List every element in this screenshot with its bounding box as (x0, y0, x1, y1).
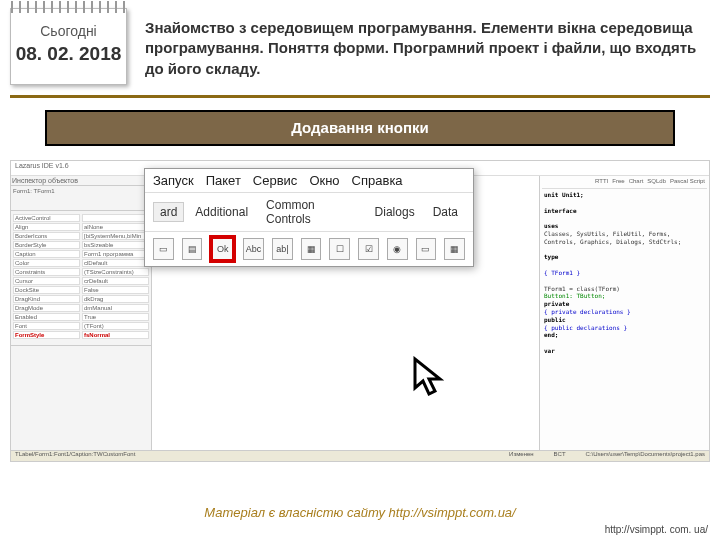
footer-url: http://vsimppt. com. ua/ (605, 524, 708, 535)
zoom-toolbar-panel: Запуск Пакет Сервис Окно Справка ard Add… (144, 168, 474, 267)
today-label: Сьогодні (11, 23, 126, 39)
title-divider (10, 95, 710, 98)
palette-combo[interactable]: ▦ (444, 238, 465, 260)
date-card: Сьогодні 08. 02. 2018 (10, 8, 127, 85)
tab-additional[interactable]: Additional (188, 202, 255, 222)
status-left: TLabel/Form1:Font1/Caption:TWCustomFont (15, 451, 135, 461)
slide-title: Знайомство з середовищем програмування. … (145, 18, 700, 79)
tab-dialogs[interactable]: Dialogs (368, 202, 422, 222)
status-path: C:\Users\user\Temp\Documents\project1.pa… (586, 451, 705, 461)
palette-list[interactable]: ▭ (416, 238, 437, 260)
status-bar: TLabel/Form1:Font1/Caption:TWCustomFont … (11, 450, 709, 461)
ide-center: Запуск Пакет Сервис Окно Справка ard Add… (152, 176, 539, 460)
inspector-tree[interactable]: Form1: TForm1 (11, 186, 151, 211)
cursor-icon (412, 356, 450, 400)
ide-screenshot: Lazarus IDE v1.6 Инспектор объектов Form… (10, 160, 710, 462)
inspector-title: Инспектор объектов (11, 176, 151, 186)
properties-grid[interactable]: ActiveControl AlignalNone BorderIcons[bi… (11, 211, 151, 346)
palette-tabs: ard Additional Common Controls Dialogs D… (145, 193, 473, 232)
menu-help[interactable]: Справка (352, 173, 403, 188)
palette-check[interactable]: ☑ (358, 238, 379, 260)
tab-data[interactable]: Data (426, 202, 465, 222)
tab-common[interactable]: Common Controls (259, 195, 364, 229)
menu-service[interactable]: Сервис (253, 173, 298, 188)
palette-button-ok[interactable]: Ok (210, 236, 235, 262)
status-mode: BCT (554, 451, 566, 461)
menu-run[interactable]: Запуск (153, 173, 194, 188)
section-banner: Додавання кнопки (45, 110, 675, 146)
component-palette: ▭ ▤ Ok Abc ab| ▦ ☐ ☑ ◉ ▭ ▦ (145, 232, 473, 266)
palette-toggle[interactable]: ☐ (329, 238, 350, 260)
palette-memo[interactable]: ▦ (301, 238, 322, 260)
tab-standard[interactable]: ard (153, 202, 184, 222)
palette-label[interactable]: Abc (243, 238, 264, 260)
menu-bar: Запуск Пакет Сервис Окно Справка (145, 169, 473, 193)
code-editor[interactable]: RTTIFreeChartSQLdbPascal Script unit Uni… (539, 176, 709, 460)
credit-text: Матеріал є власністю сайту http://vsimpp… (0, 505, 720, 520)
palette-radio[interactable]: ◉ (387, 238, 408, 260)
menu-package[interactable]: Пакет (206, 173, 241, 188)
palette-item-2[interactable]: ▤ (182, 238, 203, 260)
date-value: 08. 02. 2018 (11, 43, 126, 65)
palette-item-1[interactable]: ▭ (153, 238, 174, 260)
status-changed: Изменен (509, 451, 534, 461)
menu-window[interactable]: Окно (309, 173, 339, 188)
object-inspector: Инспектор объектов Form1: TForm1 ActiveC… (11, 176, 152, 460)
palette-edit[interactable]: ab| (272, 238, 293, 260)
